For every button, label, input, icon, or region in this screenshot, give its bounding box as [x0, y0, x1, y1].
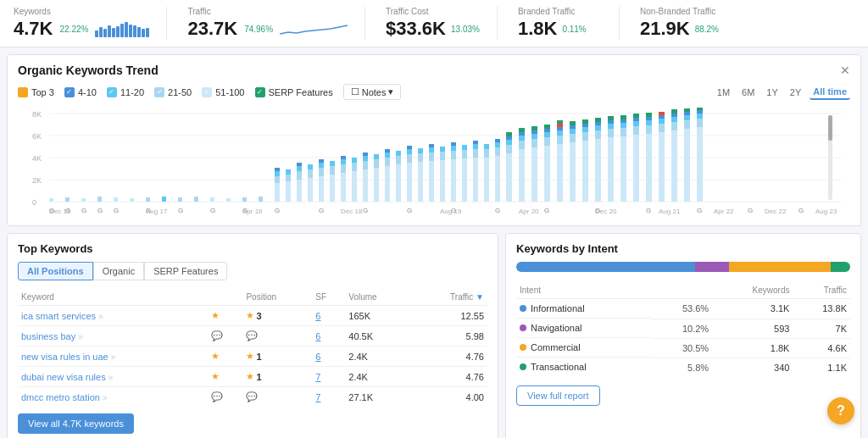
svg-text:Apr 20: Apr 20 [519, 208, 539, 215]
svg-rect-24 [242, 197, 247, 202]
tab-all-positions[interactable]: All Positions [18, 262, 93, 280]
close-chart-button[interactable]: ✕ [840, 64, 850, 77]
svg-rect-80 [440, 152, 445, 160]
legend-top3[interactable]: Top 3 [18, 87, 54, 97]
svg-text:G: G [319, 207, 324, 214]
sf-link[interactable]: 6 [315, 352, 320, 362]
tab-organic[interactable]: Organic [93, 262, 145, 280]
time-filter-all[interactable]: All time [810, 85, 850, 100]
table-row: new visa rules in uae » ★ ★1 6 2.4K 4.76 [18, 347, 487, 367]
svg-rect-14 [81, 198, 86, 202]
chat-icon: 💬 [211, 330, 223, 341]
svg-rect-49 [341, 159, 346, 164]
legend-4-10[interactable]: 4-10 [64, 87, 97, 97]
keyword-link[interactable]: new visa rules in uae » [21, 352, 115, 362]
svg-rect-74 [418, 148, 423, 153]
legend-51-100-checkbox[interactable] [202, 87, 212, 97]
svg-rect-77 [429, 147, 434, 152]
intent-traffic: 7K [793, 319, 850, 338]
svg-rect-154 [633, 118, 639, 121]
svg-rect-139 [595, 122, 601, 125]
svg-text:G: G [178, 207, 183, 214]
legend-top3-label: Top 3 [31, 87, 54, 97]
chat-icon: 💬 [246, 330, 258, 341]
svg-rect-17 [130, 198, 134, 202]
tab-serp-features[interactable]: SERP Features [144, 262, 227, 280]
svg-rect-177 [697, 119, 703, 127]
svg-rect-99 [495, 139, 500, 142]
legend-serp-checkbox[interactable] [255, 87, 265, 97]
legend-11-20[interactable]: 11-20 [107, 87, 144, 97]
position-value: 1 [256, 352, 261, 362]
svg-rect-30 [286, 181, 291, 202]
svg-rect-182 [828, 115, 832, 141]
metric-traffic-cost: Traffic Cost $33.6K 13.03% [386, 7, 498, 40]
svg-rect-87 [462, 150, 467, 158]
legend-21-50-checkbox[interactable] [154, 87, 164, 97]
svg-rect-164 [659, 115, 665, 119]
metric-traffic-cost-label: Traffic Cost [386, 7, 480, 16]
keyword-link[interactable]: dmcc metro station » [21, 392, 108, 402]
intent-bar-segment [729, 262, 831, 272]
sf-link[interactable]: 6 [315, 311, 320, 321]
legend-21-50[interactable]: 21-50 [154, 87, 192, 97]
notes-button[interactable]: ☐ Notes ▾ [343, 84, 402, 100]
sf-link[interactable]: 7 [315, 372, 320, 382]
legend-4-10-checkbox[interactable] [64, 87, 75, 97]
position-badge: ★1 [246, 351, 261, 362]
svg-rect-36 [297, 163, 302, 166]
svg-rect-111 [531, 139, 537, 147]
view-full-report-button[interactable]: View full report [516, 385, 600, 406]
svg-rect-97 [495, 147, 500, 156]
keyword-link[interactable]: dubai new visa rules » [21, 372, 113, 382]
svg-rect-174 [684, 112, 690, 115]
intent-name: Informational [516, 299, 651, 319]
time-filter-1y[interactable]: 1Y [763, 86, 781, 99]
metric-traffic-value: 23.7K [187, 18, 237, 40]
svg-rect-81 [440, 147, 445, 152]
svg-rect-82 [451, 159, 456, 202]
intent-keywords: 1.8K [712, 338, 793, 358]
help-button[interactable]: ? [827, 397, 854, 424]
keyword-link[interactable]: business bay » [21, 331, 83, 341]
svg-rect-18 [146, 197, 150, 202]
legend-11-20-checkbox[interactable] [107, 87, 117, 97]
svg-rect-58 [374, 168, 379, 202]
intent-bar-segment [516, 262, 695, 272]
svg-text:Apr 22: Apr 22 [714, 208, 734, 215]
trend-chart-area: 8K 6K 4K 2K 0 Database growth SERP featu… [18, 107, 850, 217]
svg-text:Dec 20: Dec 20 [595, 208, 617, 215]
svg-rect-116 [544, 137, 550, 146]
position-value: 1 [256, 372, 261, 382]
svg-rect-71 [407, 146, 412, 149]
time-filter-2y[interactable]: 2Y [787, 86, 804, 99]
svg-rect-108 [519, 132, 525, 136]
svg-rect-68 [407, 163, 412, 202]
legend-21-50-label: 21-50 [168, 87, 192, 97]
svg-rect-33 [297, 180, 302, 202]
intent-bar [516, 262, 850, 272]
keyword-link[interactable]: ica smart services » [21, 311, 103, 321]
svg-rect-175 [684, 108, 690, 112]
svg-rect-115 [544, 146, 550, 202]
col-traffic: Traffic ▼ [411, 289, 487, 306]
svg-rect-172 [684, 120, 690, 129]
legend-serp-features[interactable]: SERP Features [255, 87, 333, 97]
intent-col-keywords: Keywords [712, 282, 793, 299]
svg-rect-19 [162, 197, 166, 202]
time-filter-1m[interactable]: 1M [714, 86, 733, 99]
svg-rect-45 [330, 166, 335, 175]
svg-rect-75 [429, 161, 434, 202]
sf-link[interactable]: 6 [315, 331, 320, 341]
svg-rect-106 [519, 141, 525, 149]
view-all-keywords-button[interactable]: View all 4.7K keywords [18, 413, 134, 434]
sf-link[interactable]: 7 [315, 392, 320, 402]
notes-chevron: ▾ [388, 86, 393, 97]
legend-51-100[interactable]: 51-100 [202, 87, 244, 97]
svg-rect-85 [451, 142, 456, 146]
svg-rect-112 [531, 134, 537, 139]
svg-rect-132 [582, 132, 588, 141]
legend-11-20-label: 11-20 [120, 87, 144, 97]
table-row: ica smart services » ★ ★3 6 165K 12.55 [18, 306, 487, 326]
time-filter-6m[interactable]: 6M [738, 86, 758, 99]
